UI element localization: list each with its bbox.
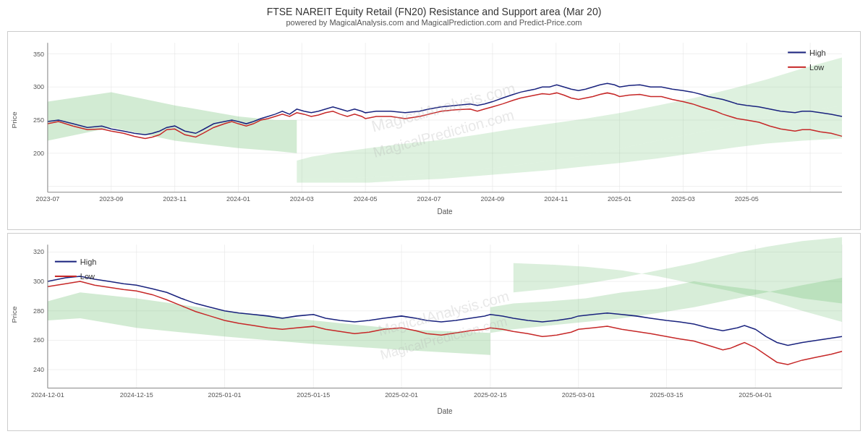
svg-text:200: 200 xyxy=(33,150,44,157)
svg-text:Date: Date xyxy=(437,407,452,415)
svg-text:2025-02-01: 2025-02-01 xyxy=(385,391,418,398)
charts-wrapper: 350 300 250 200 Price xyxy=(7,28,861,431)
svg-text:2024-11: 2024-11 xyxy=(544,195,568,203)
svg-text:Price: Price xyxy=(10,305,18,323)
svg-text:280: 280 xyxy=(33,307,44,314)
svg-text:High: High xyxy=(809,48,826,56)
svg-text:2023-11: 2023-11 xyxy=(163,195,187,203)
svg-text:2024-05: 2024-05 xyxy=(354,195,378,203)
svg-text:2024-03: 2024-03 xyxy=(290,195,314,203)
svg-text:2025-01-15: 2025-01-15 xyxy=(297,391,330,398)
svg-text:2025-01: 2025-01 xyxy=(608,195,631,203)
main-container: FTSE NAREIT Equity Retail (FN20) Resista… xyxy=(0,0,868,434)
svg-text:2025-03-15: 2025-03-15 xyxy=(650,391,684,398)
svg-text:Low: Low xyxy=(80,271,95,280)
svg-text:250: 250 xyxy=(33,116,44,124)
svg-text:300: 300 xyxy=(33,83,44,90)
svg-text:2025-01-01: 2025-01-01 xyxy=(208,391,242,398)
svg-text:260: 260 xyxy=(33,336,44,344)
svg-text:2023-07: 2023-07 xyxy=(35,195,59,203)
svg-text:Low: Low xyxy=(809,63,825,72)
svg-text:2025-03: 2025-03 xyxy=(671,195,695,203)
chart-subtitle: powered by MagicalAnalysis.com and Magic… xyxy=(7,18,861,27)
top-chart-panel: 350 300 250 200 Price xyxy=(7,31,861,230)
svg-text:2025-05: 2025-05 xyxy=(735,195,759,203)
svg-text:350: 350 xyxy=(33,50,44,57)
svg-text:2024-12-01: 2024-12-01 xyxy=(31,391,64,398)
svg-marker-25 xyxy=(48,92,297,153)
svg-text:2024-07: 2024-07 xyxy=(417,195,441,203)
svg-text:2024-09: 2024-09 xyxy=(480,195,504,203)
svg-text:240: 240 xyxy=(33,366,44,373)
svg-text:2025-02-15: 2025-02-15 xyxy=(474,391,507,398)
svg-text:2024-12-15: 2024-12-15 xyxy=(120,391,153,398)
svg-text:2025-03-01: 2025-03-01 xyxy=(562,391,595,398)
svg-text:2025-04-01: 2025-04-01 xyxy=(739,391,772,398)
svg-text:High: High xyxy=(80,257,97,265)
svg-text:2023-09: 2023-09 xyxy=(99,195,123,203)
bottom-chart-panel: 320 300 280 260 240 Price xyxy=(7,233,861,432)
bottom-chart-svg: 320 300 280 260 240 Price xyxy=(8,234,860,431)
svg-text:320: 320 xyxy=(33,248,44,255)
chart-header: FTSE NAREIT Equity Retail (FN20) Resista… xyxy=(7,6,861,27)
svg-text:Date: Date xyxy=(437,208,452,216)
svg-text:Price: Price xyxy=(10,111,18,129)
svg-text:2024-01: 2024-01 xyxy=(226,195,250,203)
svg-text:300: 300 xyxy=(33,278,44,285)
chart-title: FTSE NAREIT Equity Retail (FN20) Resista… xyxy=(7,6,861,17)
top-chart-svg: 350 300 250 200 Price xyxy=(8,32,860,229)
